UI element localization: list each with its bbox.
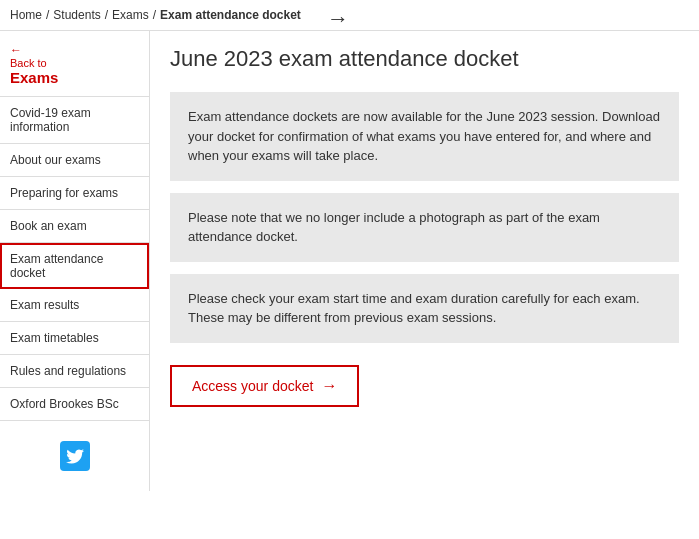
breadcrumb-arrow-icon: →	[327, 6, 349, 32]
twitter-icon[interactable]	[60, 441, 90, 471]
sidebar-item-book[interactable]: Book an exam	[0, 210, 149, 243]
sidebar-item-preparing[interactable]: Preparing for exams	[0, 177, 149, 210]
back-label-text: Back to	[10, 57, 139, 69]
page-title: June 2023 exam attendance docket	[170, 46, 679, 72]
info-box-3: Please check your exam start time and ex…	[170, 274, 679, 343]
sidebar-item-results[interactable]: Exam results	[0, 289, 149, 322]
sidebar-item-oxford[interactable]: Oxford Brookes BSc	[0, 388, 149, 421]
back-to-exams-link[interactable]: ← Back to Exams	[0, 31, 149, 97]
breadcrumb-sep-2: /	[105, 8, 108, 22]
breadcrumb-sep-3: /	[153, 8, 156, 22]
sidebar-item-about[interactable]: About our exams	[0, 144, 149, 177]
breadcrumb-current: Exam attendance docket	[160, 8, 301, 22]
info-box-1: Exam attendance dockets are now availabl…	[170, 92, 679, 181]
page-layout: ← Back to Exams Covid-19 exam informatio…	[0, 31, 699, 491]
info-box-2: Please note that we no longer include a …	[170, 193, 679, 262]
twitter-section	[0, 421, 149, 491]
sidebar-item-attendance[interactable]: Exam attendance docket	[0, 243, 149, 289]
breadcrumb: Home / Students / Exams / Exam attendanc…	[0, 0, 699, 31]
back-arrow-icon: ←	[10, 43, 139, 57]
breadcrumb-sep-1: /	[46, 8, 49, 22]
info-text-3: Please check your exam start time and ex…	[188, 289, 661, 328]
breadcrumb-home[interactable]: Home	[10, 8, 42, 22]
sidebar-item-covid[interactable]: Covid-19 exam information	[0, 97, 149, 144]
breadcrumb-exams[interactable]: Exams	[112, 8, 149, 22]
info-text-2: Please note that we no longer include a …	[188, 208, 661, 247]
access-docket-button[interactable]: Access your docket →	[170, 365, 359, 407]
sidebar-item-rules[interactable]: Rules and regulations	[0, 355, 149, 388]
arrow-right-icon: →	[321, 377, 337, 395]
breadcrumb-students[interactable]: Students	[53, 8, 100, 22]
sidebar: ← Back to Exams Covid-19 exam informatio…	[0, 31, 150, 491]
main-content: June 2023 exam attendance docket Exam at…	[150, 31, 699, 491]
info-text-1: Exam attendance dockets are now availabl…	[188, 107, 661, 166]
exams-label-text: Exams	[10, 69, 139, 86]
access-button-label: Access your docket	[192, 378, 313, 394]
sidebar-item-timetables[interactable]: Exam timetables	[0, 322, 149, 355]
